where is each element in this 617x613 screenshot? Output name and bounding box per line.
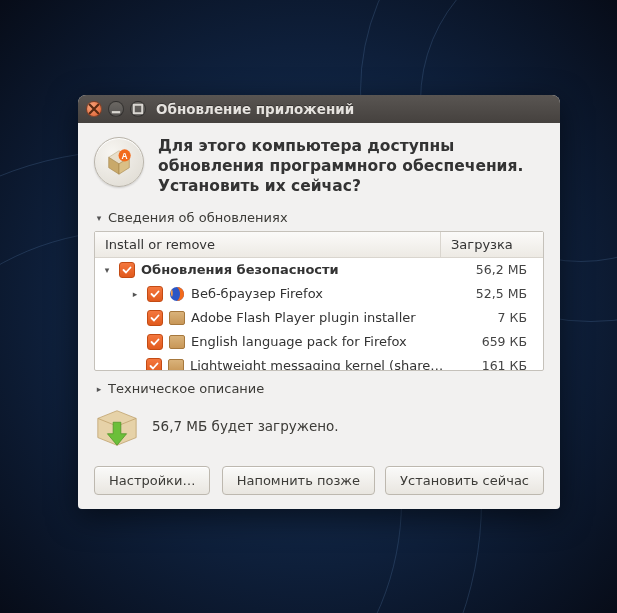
window-content: A Для этого компьютера доступны обновлен…	[78, 123, 560, 509]
software-updater-window: Обновление приложений A Для этого компью…	[78, 95, 560, 509]
window-title: Обновление приложений	[156, 101, 354, 117]
checkbox-checked-icon[interactable]	[147, 286, 163, 302]
download-box-icon	[94, 404, 140, 448]
package-icon	[168, 358, 184, 370]
headline-text: Для этого компьютера доступны обновления…	[158, 137, 544, 196]
update-item-size: 52,5 МБ	[445, 284, 537, 304]
download-size-text: 56,7 МБ будет загружено.	[152, 418, 339, 434]
package-icon	[169, 310, 185, 326]
checkbox-checked-icon[interactable]	[146, 358, 162, 370]
update-item-label: English language pack for Firefox	[191, 332, 407, 352]
firefox-icon	[169, 286, 185, 302]
column-install-remove[interactable]: Install or remove	[95, 232, 441, 257]
update-item-size: 161 КБ	[445, 356, 537, 370]
svg-text:A: A	[122, 151, 128, 161]
update-item-row[interactable]: ▸ Веб-браузер Firefox 52,5 МБ	[95, 282, 543, 306]
checkbox-checked-icon[interactable]	[119, 262, 135, 278]
column-download[interactable]: Загрузка	[441, 232, 543, 257]
technical-description-label: Техническое описание	[108, 381, 264, 396]
updater-app-icon: A	[94, 137, 144, 187]
desktop-background: Обновление приложений A Для этого компью…	[0, 0, 617, 613]
window-minimize-button[interactable]	[108, 101, 124, 117]
update-item-label: Lightweight messaging kernel (shared lib…	[190, 356, 445, 370]
package-icon	[169, 334, 185, 350]
update-group-size: 56,2 МБ	[445, 260, 537, 280]
svg-rect-1	[134, 105, 142, 113]
install-now-button[interactable]: Установить сейчас	[385, 466, 544, 495]
chevron-right-icon[interactable]: ▸	[129, 284, 141, 304]
update-item-row[interactable]: Adobe Flash Player plugin installer 7 КБ	[95, 306, 543, 330]
checkbox-checked-icon[interactable]	[147, 334, 163, 350]
settings-button[interactable]: Настройки…	[94, 466, 210, 495]
chevron-down-icon: ▾	[94, 213, 104, 223]
svg-rect-0	[112, 111, 120, 113]
technical-description-disclosure[interactable]: ▸ Техническое описание	[94, 381, 544, 396]
chevron-right-icon: ▸	[94, 384, 104, 394]
remind-later-button[interactable]: Напомнить позже	[222, 466, 375, 495]
updates-list: Install or remove Загрузка ▾ Обновления …	[94, 231, 544, 371]
checkbox-checked-icon[interactable]	[147, 310, 163, 326]
details-label: Сведения об обновлениях	[108, 210, 288, 225]
details-disclosure[interactable]: ▾ Сведения об обновлениях	[94, 210, 544, 225]
update-item-row[interactable]: Lightweight messaging kernel (shared lib…	[95, 354, 543, 370]
window-close-button[interactable]	[86, 101, 102, 117]
update-item-label: Веб-браузер Firefox	[191, 284, 323, 304]
update-item-size: 659 КБ	[445, 332, 537, 352]
update-item-row[interactable]: English language pack for Firefox 659 КБ	[95, 330, 543, 354]
button-bar: Настройки… Напомнить позже Установить се…	[94, 466, 544, 495]
window-titlebar[interactable]: Обновление приложений	[78, 95, 560, 123]
chevron-down-icon[interactable]: ▾	[101, 260, 113, 280]
update-group-label: Обновления безопасности	[141, 260, 339, 280]
update-item-label: Adobe Flash Player plugin installer	[191, 308, 416, 328]
update-item-size: 7 КБ	[445, 308, 537, 328]
update-group-row[interactable]: ▾ Обновления безопасности 56,2 МБ	[95, 258, 543, 282]
list-header: Install or remove Загрузка	[95, 232, 543, 258]
window-maximize-button[interactable]	[130, 101, 146, 117]
